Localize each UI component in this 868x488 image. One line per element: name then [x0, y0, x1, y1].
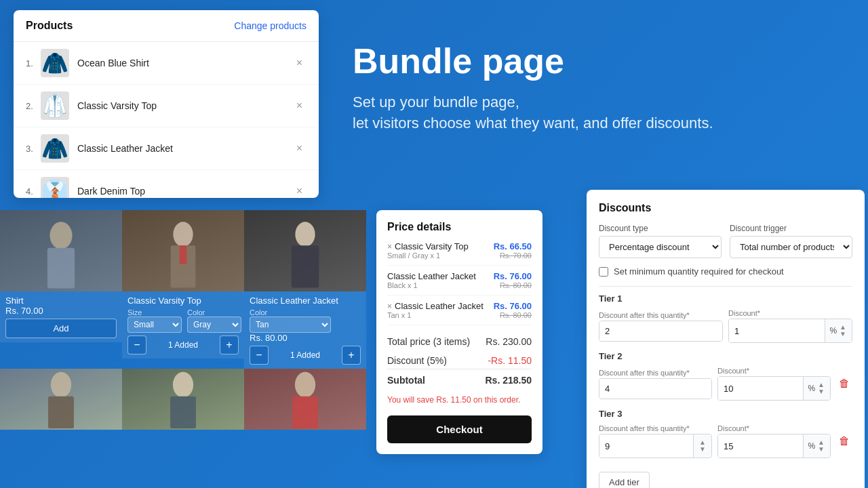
- discount-trigger-select[interactable]: Total number of products Total cart valu…: [730, 236, 852, 258]
- tier-1-qty-input[interactable]: [599, 321, 722, 341]
- price-item-name: × Classic Varsity Top: [387, 241, 494, 251]
- price-item-sub: Small / Gray x 1: [387, 251, 494, 260]
- grid-product-item: Classic Leather Jacket Color TanBlackBro…: [244, 210, 366, 369]
- color-select[interactable]: TanBlackBrown: [250, 317, 331, 333]
- product-remove-button[interactable]: ×: [292, 56, 307, 70]
- decrease-quantity-button[interactable]: −: [250, 346, 269, 365]
- grid-product-item: [244, 369, 366, 430]
- grid-product-controls: − 1 Added +: [127, 336, 239, 354]
- product-item: 4. 👔 Dark Denim Top ×: [14, 170, 319, 198]
- product-grid: Shirt Rs. 70.00 Add Classic Varsity Top …: [0, 210, 366, 430]
- grid-product-image: [122, 210, 244, 291]
- increase-quantity-button[interactable]: +: [342, 346, 361, 365]
- min-qty-checkbox[interactable]: [599, 267, 608, 277]
- add-tier-button[interactable]: Add tier: [599, 472, 650, 488]
- min-qty-row: Set minimum quantity required for checko…: [599, 266, 852, 277]
- grid-product-name: Shirt: [5, 296, 117, 306]
- grid-product-info: Classic Varsity Top Size SmallMediumLarg…: [122, 291, 244, 359]
- tier-2-delete-button[interactable]: 🗑: [836, 375, 852, 392]
- discount-row: Discount (5%) -Rs. 11.50: [387, 352, 532, 369]
- size-select[interactable]: SmallMediumLarge: [127, 317, 182, 333]
- grid-product-item: [122, 369, 244, 430]
- svg-rect-6: [292, 245, 319, 287]
- subtotal-value: Rs. 218.50: [486, 375, 532, 386]
- product-remove-button[interactable]: ×: [292, 184, 307, 198]
- product-remove-button[interactable]: ×: [292, 141, 307, 156]
- quantity-added: 1 Added: [149, 340, 217, 350]
- tier-1-discount-input[interactable]: [729, 319, 825, 342]
- product-image: 🧥: [41, 134, 69, 163]
- decrease-quantity-button[interactable]: −: [127, 336, 146, 354]
- grid-product-controls: Add: [5, 319, 117, 338]
- subtotal-row: Subtotal Rs. 218.50: [387, 369, 532, 391]
- tier-3-discount-label: Discount*: [717, 424, 831, 432]
- color-label: Color: [250, 308, 331, 317]
- grid-product-image: [0, 369, 122, 430]
- discount-trigger-field: Discount trigger Total number of product…: [730, 224, 852, 258]
- svg-rect-4: [180, 245, 187, 264]
- tier-2-discount-input[interactable]: [718, 377, 803, 400]
- tier-3-qty-input[interactable]: [599, 434, 693, 458]
- price-item-name: × Classic Leather Jacket: [387, 301, 494, 311]
- subtotal-label: Subtotal: [387, 375, 425, 386]
- tier-1-qty-label: Discount after this quantity*: [599, 311, 723, 319]
- hero-title: Bundle page: [353, 41, 827, 81]
- savings-text: You will save Rs. 11.50 on this order.: [387, 395, 532, 405]
- svg-rect-8: [48, 396, 74, 428]
- price-item: Classic Leather Jacket Black x 1 Rs. 76.…: [387, 271, 532, 296]
- min-qty-label: Set minimum quantity required for checko…: [614, 266, 784, 277]
- svg-point-0: [50, 222, 73, 249]
- price-item: × Classic Varsity Top Small / Gray x 1 R…: [387, 241, 532, 266]
- tier-1-decrement-button[interactable]: ▼: [838, 331, 848, 338]
- tier-2-decrement-button[interactable]: ▼: [816, 388, 826, 395]
- grid-product-controls: − 1 Added +: [250, 346, 361, 365]
- discount-type-select[interactable]: Percentage discount Fixed discount: [599, 236, 722, 258]
- price-item-sub: Black x 1: [387, 281, 494, 289]
- tier-2-qty-label: Discount after this quantity*: [599, 369, 712, 377]
- tier-1-title: Tier 1: [599, 293, 852, 304]
- products-header: Products Change products: [14, 10, 319, 42]
- product-item: 3. 🧥 Classic Leather Jacket ×: [14, 127, 319, 170]
- discount-type-label: Discount type: [599, 224, 722, 233]
- svg-point-5: [295, 222, 315, 247]
- grid-product-name: Classic Varsity Top: [127, 296, 239, 306]
- tier-2-title: Tier 2: [599, 351, 852, 361]
- add-to-bundle-button[interactable]: Add: [5, 319, 117, 338]
- increase-quantity-button[interactable]: +: [220, 336, 239, 354]
- tier-2-row: Discount after this quantity* Discount* …: [599, 367, 852, 401]
- color-select[interactable]: GrayBlue: [187, 317, 241, 333]
- product-item: 1. 🧥 Ocean Blue Shirt ×: [14, 42, 319, 85]
- price-new: Rs. 66.50: [494, 241, 532, 251]
- tier-3-section: Tier 3 Discount after this quantity* ▲▼ …: [599, 409, 852, 458]
- price-item: × Classic Leather Jacket Tan x 1 Rs. 76.…: [387, 301, 532, 325]
- grid-product-image: [244, 369, 366, 430]
- discount-type-trigger-row: Discount type Percentage discount Fixed …: [599, 224, 852, 258]
- grid-product-image: [244, 210, 366, 291]
- grid-product-image: [0, 210, 122, 291]
- tier-2-qty-input[interactable]: [599, 379, 711, 399]
- tier-3-qty-decrement-button[interactable]: ▼: [698, 446, 707, 453]
- checkout-button[interactable]: Checkout: [387, 415, 532, 443]
- product-remove-button[interactable]: ×: [292, 98, 307, 113]
- price-old: Rs. 70.00: [494, 251, 532, 260]
- price-item-name: Classic Leather Jacket: [387, 271, 494, 281]
- discount-trigger-label: Discount trigger: [730, 224, 852, 233]
- divider: [599, 286, 852, 287]
- tier-3-discount-input[interactable]: [718, 434, 803, 458]
- price-old: Rs. 80.00: [494, 311, 532, 319]
- change-products-button[interactable]: Change products: [234, 20, 307, 31]
- grid-product-price: Rs. 70.00: [5, 306, 117, 316]
- tier-3-title: Tier 3: [599, 409, 852, 419]
- tier-1-discount-label: Discount*: [728, 309, 852, 317]
- grid-product-image: [122, 369, 244, 430]
- tier-3-decrement-button[interactable]: ▼: [816, 446, 826, 453]
- total-row: Total price (3 items) Rs. 230.00: [387, 331, 532, 352]
- tier-2-section: Tier 2 Discount after this quantity* Dis…: [599, 351, 852, 401]
- product-image: 👔: [41, 177, 69, 198]
- grid-product-item: [0, 369, 122, 430]
- discounts-panel: Discounts Discount type Percentage disco…: [587, 190, 865, 488]
- tier-3-delete-button[interactable]: 🗑: [836, 432, 852, 450]
- svg-point-11: [295, 372, 315, 398]
- svg-point-9: [173, 372, 193, 398]
- total-value: Rs. 230.00: [486, 336, 532, 347]
